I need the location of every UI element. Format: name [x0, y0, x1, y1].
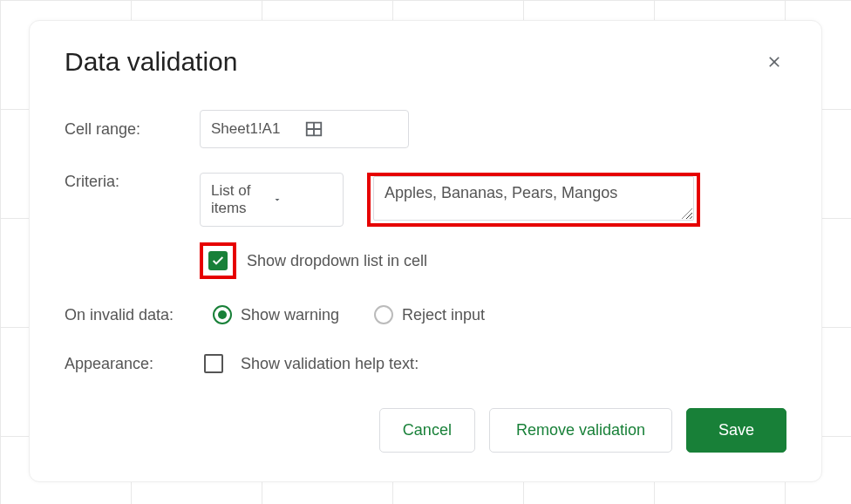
cancel-button[interactable]: Cancel: [379, 408, 475, 453]
show-dropdown-checkbox[interactable]: [208, 251, 228, 270]
criteria-items-input[interactable]: Apples, Bananas, Pears, Mangos: [373, 176, 694, 221]
dialog-title: Data validation: [65, 47, 237, 77]
show-dropdown-checkbox-highlight: [200, 242, 236, 279]
criteria-items-highlight: Apples, Bananas, Pears, Mangos: [367, 173, 700, 227]
save-button[interactable]: Save: [686, 408, 786, 453]
criteria-items-value: Apples, Bananas, Pears, Mangos: [385, 184, 617, 201]
cell-range-value: Sheet1!A1: [211, 120, 304, 138]
radio-reject-input[interactable]: [374, 305, 393, 324]
invalid-data-label: On invalid data:: [65, 306, 213, 324]
dialog-header: Data validation: [65, 47, 786, 77]
radio-reject-input-group[interactable]: Reject input: [374, 305, 485, 324]
criteria-selected-value: List of items: [211, 182, 272, 217]
invalid-data-row: On invalid data: Show warning Reject inp…: [65, 305, 786, 324]
criteria-row: Criteria: List of items Apples, Bananas,…: [65, 173, 786, 227]
data-validation-dialog: Data validation Cell range: Sheet1!A1 Cr…: [29, 20, 822, 482]
appearance-checkbox[interactable]: [204, 354, 223, 373]
close-icon[interactable]: [762, 50, 786, 74]
appearance-row: Appearance: Show validation help text:: [65, 354, 786, 373]
radio-show-warning-group[interactable]: Show warning: [213, 305, 339, 324]
show-dropdown-label: Show dropdown list in cell: [247, 252, 427, 270]
appearance-help-text-label: Show validation help text:: [241, 355, 419, 373]
cell-range-row: Cell range: Sheet1!A1: [65, 110, 786, 148]
appearance-label: Appearance:: [65, 355, 204, 373]
dialog-footer: Cancel Remove validation Save: [65, 408, 786, 453]
remove-validation-button[interactable]: Remove validation: [489, 408, 672, 453]
cell-range-label: Cell range:: [65, 120, 200, 139]
show-dropdown-row: Show dropdown list in cell: [200, 242, 786, 279]
resize-handle-icon[interactable]: [681, 208, 693, 220]
criteria-label: Criteria:: [65, 173, 200, 191]
radio-reject-input-label: Reject input: [402, 306, 485, 324]
grid-icon[interactable]: [304, 119, 398, 139]
cell-range-input[interactable]: Sheet1!A1: [200, 110, 409, 148]
radio-show-warning-label: Show warning: [241, 306, 339, 324]
radio-show-warning[interactable]: [213, 305, 232, 324]
chevron-down-icon: [272, 194, 333, 205]
criteria-dropdown[interactable]: List of items: [200, 173, 344, 227]
